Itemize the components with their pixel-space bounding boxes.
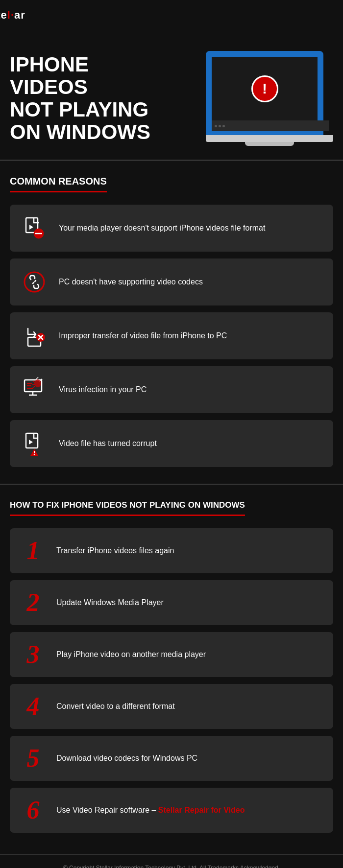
- file-no-icon: [20, 213, 49, 243]
- svg-rect-24: [26, 433, 38, 448]
- fix-card-5: 5 Download video codecs for Windows PC: [10, 736, 333, 781]
- title-line2: NOT PLAYING: [10, 98, 148, 121]
- svg-marker-1: [29, 225, 33, 230]
- reason-card-2: PC doesn't have supporting video codecs: [10, 258, 333, 305]
- fix-text-1: Transfer iPhone videos files again: [56, 545, 174, 556]
- fix-number-3: 3: [20, 642, 47, 667]
- laptop-base: [206, 135, 333, 142]
- file-corrupt-icon: [20, 429, 49, 458]
- link-broken-icon: [20, 267, 49, 297]
- fix-text-2: Update Windows Media Player: [56, 597, 164, 608]
- reason-text-4: Virus infection in your PC: [59, 384, 147, 395]
- fix-card-2: 2 Update Windows Media Player: [10, 580, 333, 625]
- reasons-section: COMMON REASONS Your media player doesn't…: [0, 161, 343, 484]
- laptop-screen-inner: !: [212, 57, 318, 120]
- footer-text: © Copyright Stellar Information Technolo…: [63, 865, 280, 868]
- header-section: IPHONE VIDEOS NOT PLAYING ON WINDOWS !: [0, 13, 343, 160]
- reason-text-5: Video file has turned corrupt: [59, 438, 157, 449]
- svg-line-5: [33, 281, 36, 283]
- reason-text-2: PC doesn't have supporting video codecs: [59, 277, 203, 287]
- reason-card-5: Video file has turned corrupt: [10, 420, 333, 467]
- fix-text-6: Use Video Repair software – Stellar Repa…: [56, 805, 245, 816]
- laptop-screen-outer: !: [206, 51, 323, 135]
- fix-text-4: Convert video to a different format: [56, 701, 175, 712]
- fix-heading: HOW TO FIX iPHONE VIDEOS NOT PLAYING ON …: [10, 500, 245, 516]
- fix-number-6: 6: [20, 798, 47, 823]
- reasons-heading: COMMON REASONS: [10, 176, 107, 192]
- reason-card-4: Virus infection in your PC: [10, 366, 333, 413]
- fix-card-4: 4 Convert video to a different format: [10, 684, 333, 729]
- logo: stel·ar: [0, 9, 333, 22]
- svg-point-18: [34, 379, 41, 387]
- fix-card-6: 6 Use Video Repair software – Stellar Re…: [10, 788, 333, 833]
- fix-text-3: Play iPhone video on another media playe…: [56, 649, 206, 660]
- header-title: IPHONE VIDEOS NOT PLAYING ON WINDOWS: [10, 53, 157, 144]
- fix-number-1: 1: [20, 538, 47, 563]
- fix-number-2: 2: [20, 590, 47, 615]
- svg-line-21: [33, 386, 35, 388]
- title-line3: ON WINDOWS: [10, 120, 150, 143]
- virus-icon: [20, 375, 49, 404]
- dot2: [219, 125, 221, 127]
- svg-point-17: [41, 379, 43, 380]
- laptop-illustration: !: [206, 51, 333, 146]
- fix-text-5: Download video codecs for Windows PC: [56, 753, 197, 764]
- dot3: [222, 125, 225, 127]
- fix-card-3: 3 Play iPhone video on another media pla…: [10, 632, 333, 677]
- laptop-stand: [245, 142, 294, 146]
- reason-text-1: Your media player doesn't support iPhone…: [59, 223, 265, 234]
- title-line1: IPHONE VIDEOS: [10, 53, 89, 98]
- svg-line-19: [33, 381, 35, 382]
- fix-section: HOW TO FIX iPHONE VIDEOS NOT PLAYING ON …: [0, 485, 343, 849]
- logo-highlight: l: [7, 9, 11, 21]
- laptop-taskbar: [212, 120, 329, 131]
- reason-card-3: Improper transfer of video file from iPh…: [10, 312, 333, 359]
- error-icon: !: [251, 75, 278, 102]
- fix-number-4: 4: [20, 694, 47, 719]
- footer: © Copyright Stellar Information Technolo…: [0, 854, 343, 868]
- transfer-error-icon: [20, 321, 49, 351]
- laptop-dots: [215, 125, 225, 127]
- reason-card-1: Your media player doesn't support iPhone…: [10, 205, 333, 252]
- fix-text-6-before: Use Video Repair software –: [56, 806, 158, 814]
- reason-text-3: Improper transfer of video file from iPh…: [59, 330, 227, 341]
- svg-point-28: [34, 454, 35, 455]
- svg-marker-25: [29, 440, 33, 445]
- dot1: [215, 125, 217, 127]
- fix-text-6-highlight: Stellar Repair for Video: [158, 806, 245, 814]
- fix-card-1: 1 Transfer iPhone videos files again: [10, 528, 333, 573]
- fix-number-5: 5: [20, 746, 47, 771]
